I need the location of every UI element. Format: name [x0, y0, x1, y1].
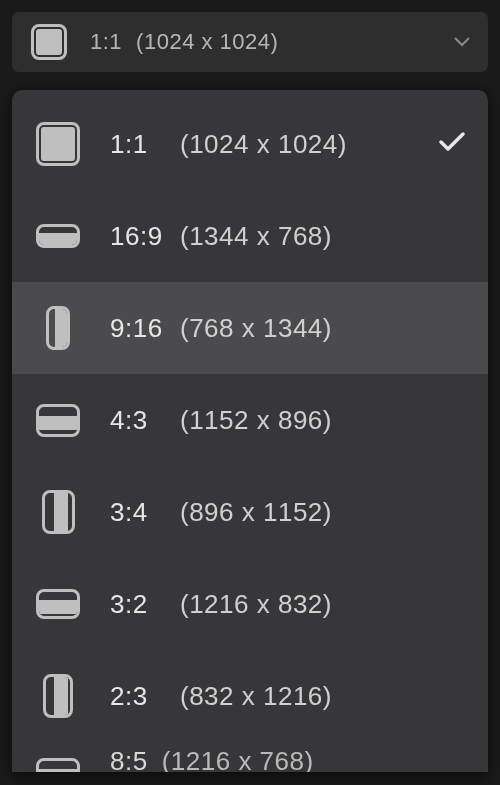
- aspect-ratio-icon: [32, 746, 84, 772]
- aspect-ratio-icon: [32, 394, 84, 446]
- aspect-ratio-option[interactable]: 3:2(1216 x 832): [12, 558, 488, 650]
- ratio-text: 1:1: [110, 129, 166, 160]
- dimensions-text: (1344 x 768): [180, 221, 332, 252]
- aspect-ratio-icon: [32, 578, 84, 630]
- aspect-ratio-selected-label: 1:1 (1024 x 1024): [90, 29, 278, 55]
- aspect-ratio-icon: [32, 670, 84, 722]
- aspect-ratio-dropdown: 1:1(1024 x 1024)16:9(1344 x 768)9:16(768…: [12, 90, 488, 772]
- aspect-ratio-option[interactable]: 1:1(1024 x 1024): [12, 98, 488, 190]
- dimensions-text: (896 x 1152): [180, 497, 332, 528]
- aspect-ratio-icon: [32, 302, 84, 354]
- ratio-text: 3:4: [110, 497, 166, 528]
- ratio-text: 8:5: [110, 746, 148, 772]
- ratio-text: 2:3: [110, 681, 166, 712]
- aspect-ratio-option[interactable]: 3:4(896 x 1152): [12, 466, 488, 558]
- dimensions-text: (1216 x 768): [162, 746, 314, 772]
- aspect-ratio-option[interactable]: 16:9(1344 x 768): [12, 190, 488, 282]
- aspect-ratio-option-label: 3:4(896 x 1152): [110, 497, 332, 528]
- chevron-down-icon: [454, 37, 470, 47]
- dimensions-text: (832 x 1216): [180, 681, 332, 712]
- aspect-ratio-option-label: 3:2(1216 x 832): [110, 589, 332, 620]
- ratio-text: 4:3: [110, 405, 166, 436]
- aspect-ratio-option[interactable]: 8:5(1216 x 768): [12, 742, 488, 772]
- ratio-text: 3:2: [110, 589, 166, 620]
- aspect-ratio-icon: [32, 118, 84, 170]
- aspect-ratio-option[interactable]: 2:3(832 x 1216): [12, 650, 488, 742]
- aspect-ratio-option-label: 16:9(1344 x 768): [110, 221, 332, 252]
- aspect-ratio-icon: [32, 210, 84, 262]
- aspect-ratio-option-label: 2:3(832 x 1216): [110, 681, 332, 712]
- dimensions-text: (768 x 1344): [180, 313, 332, 344]
- ratio-text: 1:1: [90, 29, 122, 55]
- dimensions-text: (1216 x 832): [180, 589, 332, 620]
- check-icon: [438, 131, 466, 157]
- dimensions-text: (1024 x 1024): [180, 129, 347, 160]
- aspect-ratio-option-label: 8:5(1216 x 768): [110, 746, 314, 772]
- aspect-ratio-icon: [32, 486, 84, 538]
- aspect-ratio-option-label: 4:3(1152 x 896): [110, 405, 332, 436]
- aspect-ratio-icon: [26, 19, 72, 65]
- aspect-ratio-option[interactable]: 9:16(768 x 1344): [12, 282, 488, 374]
- aspect-ratio-selector[interactable]: 1:1 (1024 x 1024): [12, 12, 488, 72]
- aspect-ratio-option[interactable]: 4:3(1152 x 896): [12, 374, 488, 466]
- ratio-text: 9:16: [110, 313, 166, 344]
- aspect-ratio-option-label: 1:1(1024 x 1024): [110, 129, 347, 160]
- dimensions-text: (1152 x 896): [180, 405, 332, 436]
- ratio-text: 16:9: [110, 221, 166, 252]
- dimensions-text: (1024 x 1024): [136, 29, 278, 55]
- aspect-ratio-option-label: 9:16(768 x 1344): [110, 313, 332, 344]
